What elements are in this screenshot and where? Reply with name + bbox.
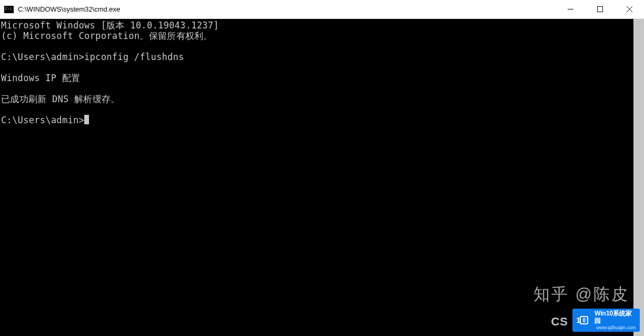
minimize-icon	[568, 6, 573, 12]
badge-sub-text: www.qdhuajin.com	[596, 325, 636, 330]
maximize-icon	[597, 6, 603, 12]
close-icon	[627, 6, 632, 12]
window-title: C:\WINDOWS\system32\cmd.exe	[18, 5, 120, 13]
command-text: ipconfig /flushdns	[84, 52, 184, 62]
output-result: 已成功刷新 DNS 解析缓存。	[1, 94, 120, 104]
cmd-icon	[4, 6, 14, 13]
prompt-text: C:\Users\admin>	[1, 115, 84, 125]
csdn-watermark: CS	[551, 315, 568, 329]
copyright-line: (c) Microsoft Corporation。保留所有权利。	[1, 31, 213, 41]
badge-icon: 1 0	[572, 309, 592, 332]
close-button[interactable]	[615, 0, 644, 18]
prompt-text: C:\Users\admin>	[1, 52, 84, 62]
window-titlebar: C:\WINDOWS\system32\cmd.exe	[0, 0, 644, 19]
site-badge-watermark: 1 0 Win10系统家园 www.qdhuajin.com	[572, 309, 640, 332]
window-controls	[556, 0, 644, 18]
titlebar-left: C:\WINDOWS\system32\cmd.exe	[0, 5, 120, 13]
minimize-button[interactable]	[556, 0, 585, 18]
maximize-button[interactable]	[585, 0, 615, 18]
svg-rect-0	[597, 7, 602, 12]
version-line: Microsoft Windows [版本 10.0.19043.1237]	[1, 20, 219, 31]
badge-text: Win10系统家园 www.qdhuajin.com	[592, 309, 640, 332]
badge-main-text: Win10系统家园	[595, 310, 638, 325]
zhihu-watermark: 知乎 @陈皮	[533, 283, 629, 305]
vertical-scrollbar[interactable]	[633, 19, 644, 336]
scrollbar-thumb[interactable]	[634, 19, 644, 336]
output-header: Windows IP 配置	[1, 73, 80, 83]
terminal-cursor	[84, 115, 89, 124]
